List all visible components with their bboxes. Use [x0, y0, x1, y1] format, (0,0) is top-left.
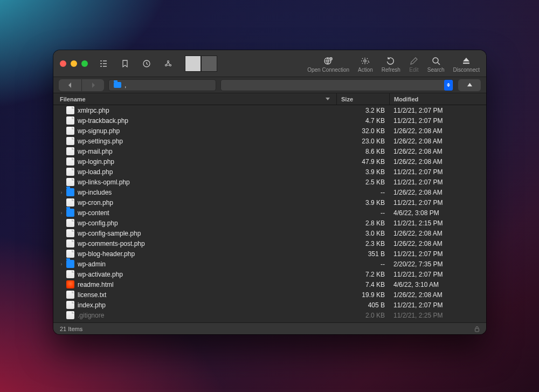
file-row[interactable]: wp-load.php3.9 KB11/2/21, 2:07 PM [53, 167, 486, 177]
file-name: wp-includes [78, 189, 112, 196]
path-field[interactable]: , [108, 79, 216, 91]
svg-point-3 [170, 64, 171, 66]
file-size: 2.5 KB [336, 178, 389, 186]
item-count: 21 Items [60, 326, 82, 332]
eject-icon [461, 56, 471, 66]
file-icon [66, 219, 74, 227]
search-button[interactable]: Search [427, 54, 445, 73]
file-row[interactable]: readme.html7.4 KB4/6/22, 3:10 AM [53, 279, 486, 290]
host-dropdown[interactable] [220, 79, 454, 91]
dropdown-stepper-icon [444, 80, 453, 91]
file-row[interactable]: xmlrpc.php3.2 KB11/2/21, 2:07 PM [53, 105, 486, 115]
edit-button: Edit [409, 54, 419, 73]
file-row[interactable]: wp-mail.php8.6 KB1/26/22, 2:08 AM [53, 146, 486, 156]
file-row[interactable]: wp-activate.php7.2 KB11/2/21, 2:07 PM [53, 269, 486, 279]
file-list[interactable]: xmlrpc.php3.2 KB11/2/21, 2:07 PMwp-track… [53, 105, 486, 322]
disclosure-triangle-icon[interactable]: › [59, 210, 64, 216]
file-row[interactable]: license.txt19.9 KB1/26/22, 2:08 AM [53, 290, 486, 300]
window-controls [60, 60, 88, 67]
file-name: wp-trackback.php [78, 117, 128, 125]
zoom-window-button[interactable] [81, 60, 88, 67]
bonjour-icon[interactable] [162, 58, 174, 70]
file-row[interactable]: wp-links-opml.php2.5 KB11/2/21, 2:07 PM [53, 177, 486, 187]
file-name: license.txt [78, 291, 106, 299]
column-filename[interactable]: Filename [53, 96, 336, 102]
history-icon[interactable] [141, 58, 153, 70]
server-tab[interactable] [201, 56, 217, 72]
file-icon [66, 301, 74, 309]
file-icon [66, 137, 74, 145]
file-modified: 1/26/22, 2:08 AM [389, 240, 486, 247]
refresh-button[interactable]: Refresh [382, 54, 400, 73]
file-size: 32.0 KB [336, 127, 389, 135]
file-row[interactable]: wp-config-sample.php3.0 KB1/26/22, 2:08 … [53, 228, 486, 238]
file-size: 2.8 KB [336, 219, 389, 227]
nav-back-button[interactable] [59, 79, 81, 91]
file-name: readme.html [78, 281, 114, 288]
outline-view-icon[interactable] [98, 58, 109, 70]
file-row[interactable]: ›wp-admin--2/20/22, 7:35 PM [53, 259, 486, 269]
file-name: wp-load.php [78, 168, 113, 176]
disclosure-triangle-icon[interactable]: › [59, 190, 64, 195]
file-size: 7.4 KB [336, 281, 389, 288]
column-size[interactable]: Size [336, 93, 389, 105]
file-row[interactable]: wp-trackback.php4.7 KB11/2/21, 2:07 PM [53, 115, 486, 126]
column-modified[interactable]: Modified [389, 93, 486, 105]
file-size: 3.9 KB [336, 199, 389, 207]
file-modified: 1/26/22, 2:08 AM [389, 291, 486, 299]
minimize-window-button[interactable] [71, 60, 77, 67]
globe-plus-icon [323, 56, 333, 66]
file-name: wp-login.php [78, 158, 114, 166]
svg-point-1 [168, 60, 169, 62]
open-connection-button[interactable]: Open Connection [307, 54, 349, 73]
folder-icon [66, 260, 74, 268]
file-row[interactable]: wp-comments-post.php2.3 KB1/26/22, 2:08 … [53, 238, 486, 249]
folder-icon [66, 188, 74, 196]
file-size: 405 B [336, 301, 389, 309]
svg-rect-9 [475, 328, 479, 332]
file-row[interactable]: wp-config.php2.8 KB11/2/21, 2:15 PM [53, 218, 486, 228]
nav-history-buttons [59, 79, 104, 91]
file-icon [66, 311, 74, 319]
file-size: 351 B [336, 250, 389, 258]
file-name: .gitignore [78, 312, 104, 319]
disconnect-button[interactable]: Disconnect [453, 54, 480, 73]
file-row[interactable]: ›wp-includes--1/26/22, 2:08 AM [53, 187, 486, 197]
file-icon [66, 198, 74, 207]
file-row[interactable]: wp-login.php47.9 KB1/26/22, 2:08 AM [53, 156, 486, 167]
file-row[interactable]: wp-blog-header.php351 B11/2/21, 2:07 PM [53, 249, 486, 259]
file-name: wp-content [78, 209, 109, 217]
server-tab-active[interactable] [185, 56, 201, 72]
file-row[interactable]: wp-signup.php32.0 KB1/26/22, 2:08 AM [53, 126, 486, 136]
disclosure-triangle-icon[interactable]: › [59, 262, 64, 267]
file-name: wp-comments-post.php [78, 240, 145, 247]
file-size: -- [336, 189, 389, 196]
bookmarks-icon[interactable] [119, 58, 131, 70]
search-label: Search [427, 67, 445, 73]
file-icon [66, 291, 74, 299]
file-size: 3.0 KB [336, 230, 389, 237]
edit-label: Edit [409, 67, 418, 73]
file-name: wp-cron.php [78, 199, 113, 207]
file-modified: 1/26/22, 2:08 AM [389, 189, 486, 196]
svg-point-2 [165, 64, 167, 66]
app-window: Open Connection Action Refresh Edit [53, 50, 486, 334]
column-filename-label: Filename [60, 96, 86, 102]
file-modified: 4/6/22, 3:08 PM [389, 209, 486, 217]
disconnect-label: Disconnect [453, 67, 480, 73]
file-icon [66, 270, 74, 278]
status-bar: 21 Items [53, 322, 486, 334]
file-icon [66, 250, 74, 258]
close-window-button[interactable] [60, 60, 66, 67]
file-row[interactable]: index.php405 B11/2/21, 2:07 PM [53, 300, 486, 310]
file-icon [66, 116, 74, 125]
file-icon [66, 106, 74, 114]
file-row[interactable]: wp-cron.php3.9 KB11/2/21, 2:07 PM [53, 197, 486, 208]
go-up-button[interactable] [458, 79, 481, 91]
nav-forward-button [81, 79, 104, 91]
file-modified: 11/2/21, 2:15 PM [389, 219, 486, 227]
file-row[interactable]: wp-settings.php23.0 KB1/26/22, 2:08 AM [53, 136, 486, 146]
action-button[interactable]: Action [358, 54, 373, 73]
file-row[interactable]: .gitignore2.0 KB11/2/21, 2:25 PM [53, 310, 486, 320]
file-row[interactable]: ›wp-content--4/6/22, 3:08 PM [53, 208, 486, 218]
